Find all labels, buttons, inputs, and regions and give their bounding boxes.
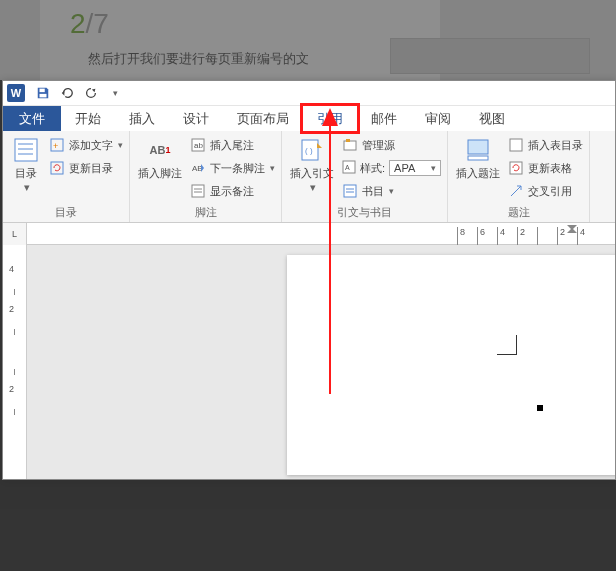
svg-rect-2 (15, 139, 37, 161)
chevron-down-icon: ▾ (310, 181, 316, 193)
tab-references[interactable]: 引用 (303, 106, 357, 131)
citation-style-select[interactable]: APA ▾ (389, 160, 441, 176)
insert-footnote-label: 插入脚注 (138, 167, 182, 179)
chevron-down-icon: ▾ (118, 140, 123, 150)
tab-view-label: 视图 (479, 110, 505, 128)
tab-home-label: 开始 (75, 110, 101, 128)
tab-mailings[interactable]: 邮件 (357, 106, 411, 131)
redo-icon (84, 86, 98, 100)
ruler-mark (14, 369, 15, 375)
add-text-button[interactable]: + 添加文字▾ (49, 135, 123, 155)
citation-icon: ( ) (297, 135, 327, 165)
tab-insert[interactable]: 插入 (115, 106, 169, 131)
chevron-down-icon: ▾ (431, 163, 436, 173)
insert-caption-button[interactable]: 插入题注 (454, 133, 502, 181)
tab-mailings-label: 邮件 (371, 110, 397, 128)
endnote-label: 插入尾注 (210, 138, 254, 153)
svg-text:A: A (345, 164, 350, 171)
group-footnotes: AB1 插入脚注 ab 插入尾注 AB 下一条脚注▾ 显示备注 (130, 131, 282, 222)
svg-rect-0 (40, 89, 45, 93)
svg-rect-18 (346, 139, 350, 142)
update-table-icon (508, 160, 524, 176)
horizontal-ruler[interactable]: 8 6 4 2 2 4 (27, 223, 615, 244)
save-icon (36, 86, 50, 100)
ruler-tick: 2 (9, 304, 14, 314)
bibliography-icon (342, 183, 358, 199)
document-area: 4 2 2 (3, 245, 615, 479)
tab-review[interactable]: 审阅 (411, 106, 465, 131)
group-toc: 目录 ▾ + 添加文字▾ 更新目录 目录 (3, 131, 130, 222)
citation-style-row: A 样式: APA ▾ (342, 158, 441, 178)
dim-overlay-top (0, 0, 616, 80)
add-text-label: 添加文字 (69, 138, 113, 153)
svg-text:ab: ab (194, 141, 203, 150)
tab-design-label: 设计 (183, 110, 209, 128)
caption-icon (463, 135, 493, 165)
table-of-figures-button[interactable]: 插入表目录 (508, 135, 583, 155)
cross-reference-button[interactable]: 交叉引用 (508, 181, 583, 201)
svg-rect-17 (344, 141, 356, 150)
cursor-dot (537, 405, 543, 411)
undo-button[interactable] (57, 83, 77, 103)
insert-citation-button[interactable]: ( ) 插入引文 ▾ (288, 133, 336, 195)
ruler-tick: 2 (9, 384, 14, 394)
update-table-label: 更新表格 (528, 161, 572, 176)
tab-references-label: 引用 (317, 110, 343, 128)
group-footnotes-label: 脚注 (136, 203, 275, 222)
ab-sup: 1 (165, 145, 170, 155)
tab-design[interactable]: 设计 (169, 106, 223, 131)
redo-button[interactable] (81, 83, 101, 103)
tab-file[interactable]: 文件 (3, 106, 61, 131)
svg-text:( ): ( ) (305, 146, 313, 155)
group-captions-label: 题注 (454, 203, 583, 222)
table-of-figures-label: 插入表目录 (528, 138, 583, 153)
bibliography-label: 书目 (362, 184, 384, 199)
svg-rect-8 (51, 162, 63, 174)
ruler-mark (14, 329, 15, 335)
chevron-down-icon: ▾ (270, 163, 275, 173)
document-canvas[interactable] (27, 245, 615, 479)
tab-home[interactable]: 开始 (61, 106, 115, 131)
update-table-button[interactable]: 更新表格 (508, 158, 583, 178)
manage-sources-button[interactable]: 管理源 (342, 135, 441, 155)
group-citations-label: 引文与书目 (288, 203, 441, 222)
update-toc-label: 更新目录 (69, 161, 113, 176)
next-footnote-label: 下一条脚注 (210, 161, 265, 176)
tab-view[interactable]: 视图 (465, 106, 519, 131)
margin-mark (497, 335, 517, 355)
bibliography-button[interactable]: 书目▾ (342, 181, 441, 201)
tab-insert-label: 插入 (129, 110, 155, 128)
dim-overlay-bottom (0, 480, 616, 571)
insert-endnote-button[interactable]: ab 插入尾注 (190, 135, 275, 155)
indent-marker[interactable] (567, 223, 577, 233)
toc-button[interactable]: 目录 ▾ (9, 133, 43, 195)
group-toc-label: 目录 (9, 203, 123, 222)
ruler-mark (14, 289, 15, 295)
ab-text: AB (150, 144, 166, 156)
cross-ref-label: 交叉引用 (528, 184, 572, 199)
page[interactable] (287, 255, 615, 475)
qat-customize-button[interactable]: ▾ (105, 83, 125, 103)
insert-footnote-button[interactable]: AB1 插入脚注 (136, 133, 184, 181)
ruler-mark (14, 409, 15, 415)
cross-ref-icon (508, 183, 524, 199)
chevron-down-icon: ▾ (24, 181, 30, 193)
show-notes-button[interactable]: 显示备注 (190, 181, 275, 201)
chevron-down-icon: ▾ (113, 88, 118, 98)
tab-stop-selector[interactable]: L (3, 223, 27, 245)
svg-rect-24 (468, 140, 488, 154)
svg-text:+: + (53, 141, 58, 151)
vertical-ruler[interactable]: 4 2 2 (3, 245, 27, 479)
show-notes-icon (190, 183, 206, 199)
update-icon (49, 160, 65, 176)
tab-layout[interactable]: 页面布局 (223, 106, 303, 131)
next-footnote-button[interactable]: AB 下一条脚注▾ (190, 158, 275, 178)
word-window: W ▾ 文件 开始 插入 设计 页面布局 引用 邮件 审阅 视图 (2, 80, 616, 480)
toc-icon (11, 135, 41, 165)
word-icon: W (7, 84, 25, 102)
save-button[interactable] (33, 83, 53, 103)
tab-review-label: 审阅 (425, 110, 451, 128)
update-toc-button[interactable]: 更新目录 (49, 158, 123, 178)
next-footnote-icon: AB (190, 160, 206, 176)
svg-rect-12 (192, 185, 204, 197)
